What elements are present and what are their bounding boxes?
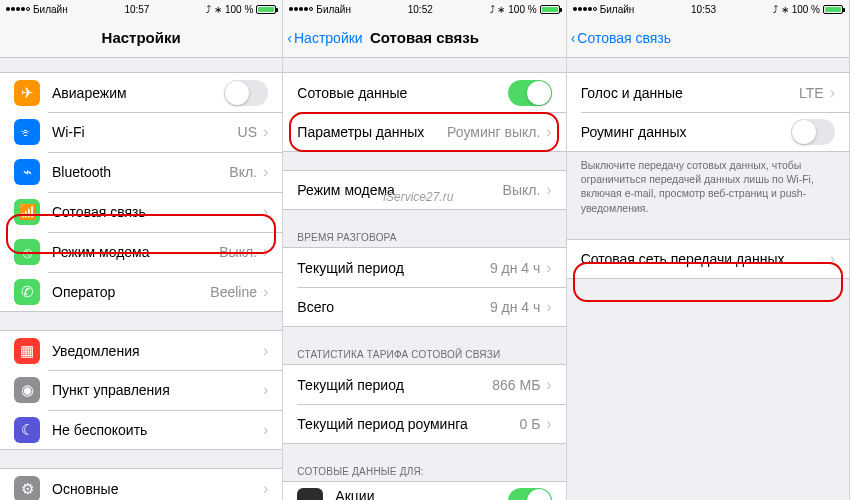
row-value: 0 Б bbox=[519, 416, 540, 432]
Режим модема-icon: ⎋ bbox=[14, 239, 40, 265]
carrier-label: Билайн bbox=[33, 4, 68, 15]
chevron-right-icon: › bbox=[263, 203, 268, 221]
status-bar: Билайн 10:57 ⤴ ∗100 % bbox=[0, 0, 282, 18]
settings-row[interactable]: 📶Сотовая связь› bbox=[0, 192, 282, 232]
chevron-right-icon: › bbox=[263, 123, 268, 141]
data-options-pane: Билайн 10:53 ⤴ ∗100 % ‹Сотовая связь Гол… bbox=[567, 0, 850, 500]
row-label: Текущий период bbox=[297, 377, 492, 393]
row-label: Акции bbox=[335, 488, 507, 501]
page-title: Настройки bbox=[102, 29, 181, 46]
chevron-right-icon: › bbox=[546, 415, 551, 433]
toggle-switch[interactable] bbox=[508, 80, 552, 106]
navbar: Настройки bbox=[0, 18, 282, 58]
row-value: Роуминг выкл. bbox=[447, 124, 540, 140]
chevron-right-icon: › bbox=[830, 250, 835, 268]
row-label: Сотовая сеть передачи данных bbox=[581, 251, 830, 267]
Акции-icon bbox=[297, 488, 323, 500]
row-label: Сотовые данные bbox=[297, 85, 507, 101]
status-bar: Билайн 10:52 ⤴ ∗100 % bbox=[283, 0, 565, 18]
navbar: ‹Настройки Сотовая связь bbox=[283, 18, 565, 58]
chevron-right-icon: › bbox=[546, 181, 551, 199]
back-button[interactable]: ‹Настройки bbox=[287, 30, 362, 46]
settings-row[interactable]: Всего9 дн 4 ч› bbox=[283, 287, 565, 327]
Основные-icon: ⚙︎ bbox=[14, 476, 40, 501]
chevron-left-icon: ‹ bbox=[287, 30, 292, 46]
settings-row[interactable]: ⚙︎Основные› bbox=[0, 468, 282, 500]
settings-row[interactable]: ⌁BluetoothВкл.› bbox=[0, 152, 282, 192]
settings-row[interactable]: ◉Пункт управления› bbox=[0, 370, 282, 410]
row-value: Вкл. bbox=[229, 164, 257, 180]
settings-row[interactable]: Голос и данныеLTE› bbox=[567, 72, 849, 112]
status-bar: Билайн 10:53 ⤴ ∗100 % bbox=[567, 0, 849, 18]
row-label: Основные bbox=[52, 481, 263, 497]
chevron-right-icon: › bbox=[263, 283, 268, 301]
chevron-right-icon: › bbox=[546, 259, 551, 277]
row-label: Уведомления bbox=[52, 343, 263, 359]
toggle-switch[interactable] bbox=[791, 119, 835, 145]
chevron-right-icon: › bbox=[263, 342, 268, 360]
row-value: Выкл. bbox=[219, 244, 257, 260]
settings-row[interactable]: ☾Не беспокоить› bbox=[0, 410, 282, 450]
chevron-right-icon: › bbox=[263, 421, 268, 439]
settings-row[interactable]: Роуминг данных bbox=[567, 112, 849, 152]
row-value: Выкл. bbox=[503, 182, 541, 198]
settings-root-pane: Билайн 10:57 ⤴ ∗100 % Настройки ✈︎Авиаре… bbox=[0, 0, 283, 500]
chevron-right-icon: › bbox=[263, 381, 268, 399]
time-label: 10:53 bbox=[691, 4, 716, 15]
settings-row[interactable]: ✈︎Авиарежим bbox=[0, 72, 282, 112]
Bluetooth-icon: ⌁ bbox=[14, 159, 40, 185]
chevron-right-icon: › bbox=[830, 84, 835, 102]
settings-row[interactable]: Параметры данныхРоуминг выкл.› bbox=[283, 112, 565, 152]
chevron-right-icon: › bbox=[546, 376, 551, 394]
row-label: Режим модема bbox=[52, 244, 219, 260]
back-button[interactable]: ‹Сотовая связь bbox=[571, 30, 671, 46]
navbar: ‹Сотовая связь bbox=[567, 18, 849, 58]
Авиарежим-icon: ✈︎ bbox=[14, 80, 40, 106]
settings-row[interactable]: Текущий период9 дн 4 ч› bbox=[283, 247, 565, 287]
battery-icon bbox=[540, 5, 560, 14]
settings-row[interactable]: Сотовая сеть передачи данных› bbox=[567, 239, 849, 279]
chevron-left-icon: ‹ bbox=[571, 30, 576, 46]
cellular-pane: Билайн 10:52 ⤴ ∗100 % ‹Настройки Сотовая… bbox=[283, 0, 566, 500]
settings-row[interactable]: ✆ОператорBeeline› bbox=[0, 272, 282, 312]
Пункт управления-icon: ◉ bbox=[14, 377, 40, 403]
row-label: Голос и данные bbox=[581, 85, 799, 101]
settings-row[interactable]: Текущий период866 МБ› bbox=[283, 364, 565, 404]
Wi-Fi-icon: ᯤ bbox=[14, 119, 40, 145]
settings-row[interactable]: Акции22,3 КБ bbox=[283, 481, 565, 500]
row-label: Авиарежим bbox=[52, 85, 224, 101]
settings-row[interactable]: Текущий период роуминга0 Б› bbox=[283, 404, 565, 444]
toggle-switch[interactable] bbox=[224, 80, 268, 106]
row-value: 866 МБ bbox=[492, 377, 540, 393]
settings-row[interactable]: Сотовые данные bbox=[283, 72, 565, 112]
Не беспокоить-icon: ☾ bbox=[14, 417, 40, 443]
row-value: LTE bbox=[799, 85, 824, 101]
watermark: iService27.ru bbox=[383, 190, 453, 204]
row-label: Текущий период роуминга bbox=[297, 416, 519, 432]
chevron-right-icon: › bbox=[546, 123, 551, 141]
Уведомления-icon: ▦ bbox=[14, 338, 40, 364]
row-label: Роуминг данных bbox=[581, 124, 791, 140]
row-label: Wi-Fi bbox=[52, 124, 238, 140]
time-label: 10:52 bbox=[408, 4, 433, 15]
chevron-right-icon: › bbox=[263, 163, 268, 181]
section-header: СОТОВЫЕ ДАННЫЕ ДЛЯ: bbox=[283, 462, 565, 481]
section-footer: Выключите передачу сотовых данных, чтобы… bbox=[567, 152, 849, 221]
settings-row[interactable]: ⎋Режим модемаВыкл.› bbox=[0, 232, 282, 272]
row-label: Сотовая связь bbox=[52, 204, 257, 220]
row-label: Текущий период bbox=[297, 260, 490, 276]
row-value: 9 дн 4 ч bbox=[490, 299, 540, 315]
battery-icon bbox=[823, 5, 843, 14]
settings-row[interactable]: ᯤWi-FiUS› bbox=[0, 112, 282, 152]
toggle-switch[interactable] bbox=[508, 488, 552, 500]
Оператор-icon: ✆ bbox=[14, 279, 40, 305]
chevron-right-icon: › bbox=[263, 243, 268, 261]
Сотовая связь-icon: 📶 bbox=[14, 199, 40, 225]
row-label: Всего bbox=[297, 299, 490, 315]
row-label: Параметры данных bbox=[297, 124, 447, 140]
section-header: СТАТИСТИКА ТАРИФА СОТОВОЙ СВЯЗИ bbox=[283, 345, 565, 364]
settings-row[interactable]: ▦Уведомления› bbox=[0, 330, 282, 370]
row-label: Оператор bbox=[52, 284, 210, 300]
row-value: 9 дн 4 ч bbox=[490, 260, 540, 276]
row-label: Пункт управления bbox=[52, 382, 263, 398]
